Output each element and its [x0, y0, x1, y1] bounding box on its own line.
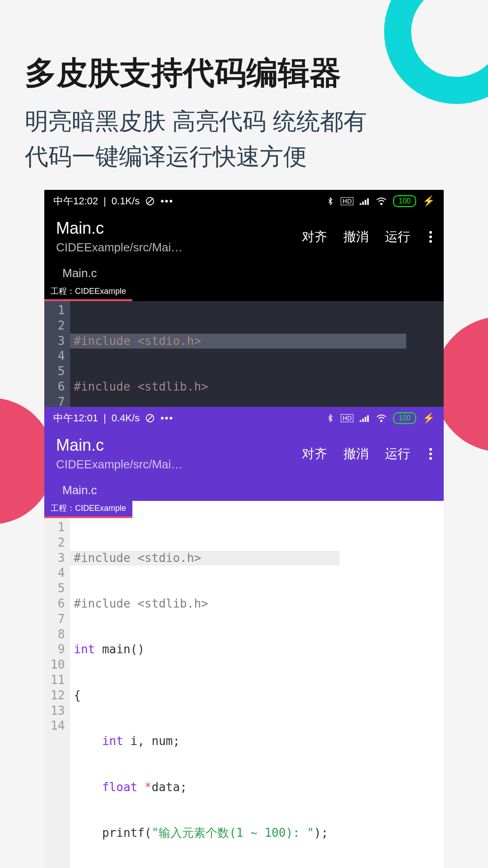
- bluetooth-icon: [326, 413, 334, 423]
- signal-icon: [360, 197, 370, 205]
- svg-rect-5: [367, 198, 369, 205]
- more-vertical-icon[interactable]: [427, 448, 435, 460]
- bluetooth-icon: [326, 196, 334, 206]
- more-horizontal-icon: •••: [160, 195, 174, 207]
- more-horizontal-icon: •••: [160, 412, 174, 424]
- wifi-icon: [376, 414, 387, 422]
- app-bar: Main.c CIDEExample/src/Mai… 对齐 撤消 运行: [44, 212, 444, 261]
- more-vertical-icon[interactable]: [427, 231, 435, 243]
- file-path: CIDEExample/src/Mai…: [56, 241, 302, 255]
- align-button[interactable]: 对齐: [302, 228, 327, 245]
- svg-point-6: [381, 203, 382, 205]
- run-button[interactable]: 运行: [385, 228, 410, 245]
- svg-rect-2: [360, 203, 361, 205]
- app-bar: Main.c CIDEExample/src/Mai… 对齐 撤消 运行: [44, 429, 444, 478]
- phone-screenshot-light: 中午12:01 | 0.4K/s ••• HD 100: [44, 407, 444, 868]
- project-label: 工程：CIDEExample: [44, 284, 132, 301]
- line-gutter: 1234567891011121314: [44, 518, 70, 868]
- status-netspeed: 0.1K/s: [112, 195, 140, 207]
- status-netspeed: 0.4K/s: [112, 412, 140, 424]
- file-title: Main.c: [56, 436, 302, 455]
- dnd-icon: [145, 413, 155, 423]
- wifi-icon: [376, 197, 387, 205]
- charging-icon: ⚡: [422, 195, 435, 207]
- status-bar: 中午12:02 | 0.1K/s ••• HD 100: [44, 190, 444, 212]
- svg-rect-11: [365, 417, 366, 422]
- tab-row: Main.c: [44, 478, 444, 501]
- svg-rect-3: [362, 202, 364, 205]
- status-time: 中午12:02: [53, 194, 98, 208]
- project-label: 工程：CIDEExample: [44, 501, 132, 518]
- svg-rect-4: [365, 200, 366, 205]
- svg-point-13: [381, 420, 382, 422]
- status-time: 中午12:01: [53, 411, 98, 425]
- status-bar: 中午12:01 | 0.4K/s ••• HD 100: [44, 407, 444, 429]
- file-path: CIDEExample/src/Mai…: [56, 458, 302, 472]
- tab-row: Main.c: [44, 261, 444, 284]
- svg-rect-9: [360, 420, 361, 422]
- dnd-icon: [145, 196, 155, 206]
- svg-rect-10: [362, 419, 364, 422]
- align-button[interactable]: 对齐: [302, 445, 327, 462]
- battery-indicator: 100: [393, 195, 416, 207]
- signal-icon: [360, 414, 370, 422]
- tab-main-c[interactable]: Main.c: [62, 483, 97, 501]
- svg-line-8: [148, 416, 153, 421]
- code-area[interactable]: #include <stdio.h> #include <stdlib.h> i…: [70, 518, 340, 868]
- undo-button[interactable]: 撤消: [343, 228, 369, 245]
- undo-button[interactable]: 撤消: [343, 445, 369, 462]
- svg-line-1: [148, 199, 153, 204]
- code-editor[interactable]: 1234567891011121314 #include <stdio.h> #…: [44, 518, 444, 868]
- charging-icon: ⚡: [422, 412, 435, 424]
- hero-subtitle-1: 明亮暗黑皮肤 高亮代码 统统都有: [25, 104, 463, 139]
- run-button[interactable]: 运行: [385, 445, 410, 462]
- svg-rect-12: [367, 415, 369, 422]
- hd-icon: HD: [341, 414, 353, 422]
- file-title: Main.c: [56, 219, 302, 238]
- hd-icon: HD: [341, 197, 353, 205]
- battery-indicator: 100: [393, 412, 416, 424]
- tab-main-c[interactable]: Main.c: [62, 266, 97, 284]
- hero-subtitle-2: 代码一键编译运行快速方便: [25, 139, 463, 174]
